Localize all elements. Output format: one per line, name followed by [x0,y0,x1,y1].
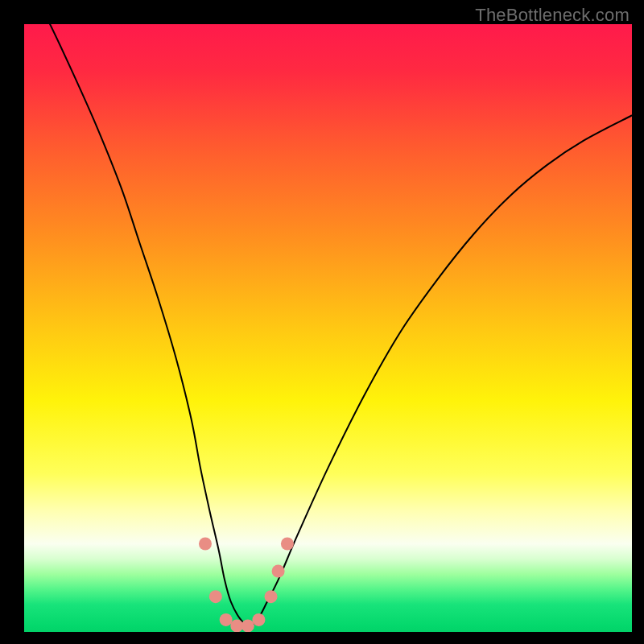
watermark-text: TheBottleneck.com [475,5,630,26]
minimum-marker [265,590,278,603]
gradient-background [24,24,632,632]
minimum-marker [272,565,285,578]
minimum-marker [199,538,212,551]
plot-area [24,24,632,632]
minimum-marker [242,619,254,632]
minimum-marker [252,613,265,626]
minimum-marker [281,538,294,551]
outer-frame: TheBottleneck.com [0,0,644,644]
minimum-marker [209,590,222,603]
minimum-marker [220,613,233,626]
chart-svg [24,24,632,632]
